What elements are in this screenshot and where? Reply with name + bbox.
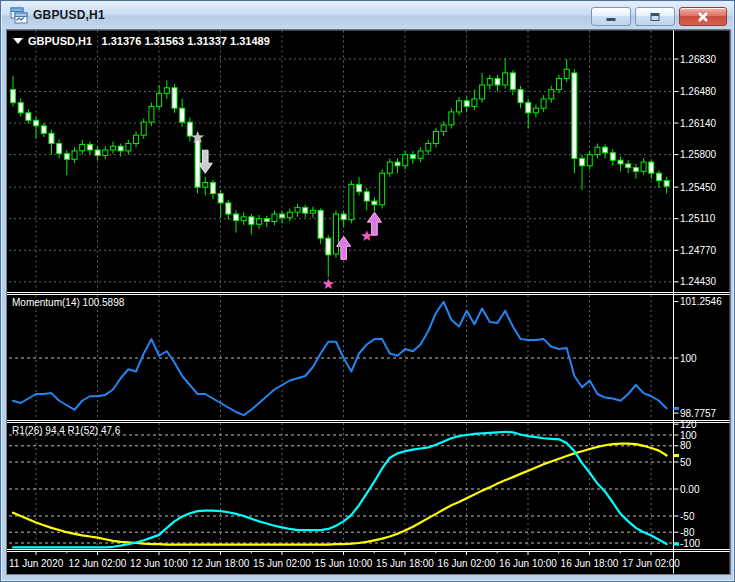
svg-text:15 Jun 02:00: 15 Jun 02:00 [253,558,311,569]
svg-text:1.26140: 1.26140 [680,118,717,129]
svg-text:120: 120 [680,419,697,430]
svg-text:98.7757: 98.7757 [680,408,717,419]
momentum-indicator-label: Momentum(14) 100.5898 [12,297,125,308]
svg-text:16 Jun 10:00: 16 Jun 10:00 [499,558,557,569]
svg-text:1.24430: 1.24430 [680,276,717,287]
minimize-icon [607,18,616,21]
window-controls [591,7,727,26]
svg-text:1.26480: 1.26480 [680,86,717,97]
svg-text:1.25450: 1.25450 [680,182,717,193]
svg-text:1.25110: 1.25110 [680,213,716,224]
signal-star: ★ [190,128,205,147]
svg-text:12 Jun 02:00: 12 Jun 02:00 [69,558,127,569]
svg-text:101.2546: 101.2546 [680,296,722,307]
svg-text:80: 80 [680,440,692,451]
svg-text:15 Jun 10:00: 15 Jun 10:00 [315,558,373,569]
window-title: GBPUSD,H1 [33,2,105,29]
svg-text:16 Jun 18:00: 16 Jun 18:00 [561,558,619,569]
svg-text:-100: -100 [680,538,700,549]
close-button[interactable] [679,7,727,26]
chart-ohlc-header: GBPUSD,H11.31376 1.31563 1.31337 1.31489 [28,35,270,47]
oscillator-indicator-label: R1(26) 94.4 R1(52) 47.6 [12,425,121,436]
svg-text:1.24770: 1.24770 [680,245,717,256]
chart-window-icon [10,7,29,24]
svg-text:12 Jun 10:00: 12 Jun 10:00 [130,558,188,569]
svg-text:-80: -80 [680,527,695,538]
svg-text:100: 100 [680,430,697,441]
mt4-chart-window: ★★★1.268301.264801.261401.258001.254501.… [0,0,735,582]
svg-text:15 Jun 18:00: 15 Jun 18:00 [376,558,434,569]
svg-text:12 Jun 18:00: 12 Jun 18:00 [192,558,250,569]
minimize-button[interactable] [591,7,631,26]
signal-star: ★ [322,275,335,292]
restore-button[interactable] [635,7,675,26]
svg-text:0.00: 0.00 [680,484,700,495]
title-bar[interactable]: GBPUSD,H1 [2,2,733,29]
restore-icon [651,13,660,21]
svg-text:1.26830: 1.26830 [680,54,717,65]
chart-canvas[interactable]: ★★★1.268301.264801.261401.258001.254501.… [1,1,735,582]
svg-text:100: 100 [680,353,697,364]
svg-text:16 Jun 02:00: 16 Jun 02:00 [438,558,496,569]
svg-text:1.25800: 1.25800 [680,149,717,160]
svg-text:50: 50 [680,457,692,468]
svg-text:11 Jun 2020: 11 Jun 2020 [9,558,64,569]
svg-text:17 Jun 02:00: 17 Jun 02:00 [622,558,680,569]
svg-text:-50: -50 [680,511,695,522]
